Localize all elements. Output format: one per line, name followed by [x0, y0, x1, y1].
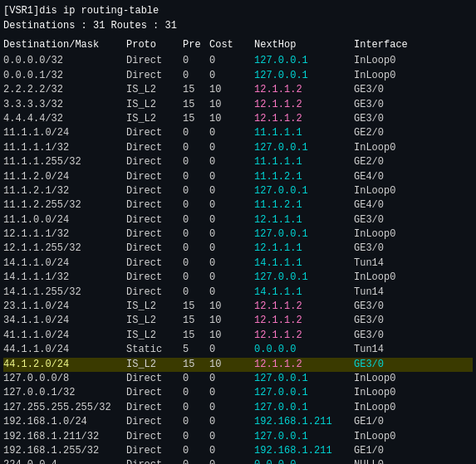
- route-cost: 0: [209, 184, 254, 198]
- route-dest: 44.1.1.0/24: [3, 343, 126, 357]
- route-cost: 0: [209, 170, 254, 184]
- route-proto: Direct: [126, 256, 183, 271]
- route-pre: 0: [183, 256, 209, 271]
- route-nexthop: 127.0.0.1: [254, 430, 354, 444]
- route-proto: Direct: [126, 271, 183, 285]
- route-cost: 0: [209, 155, 254, 169]
- route-pre: 0: [183, 69, 209, 83]
- route-iface: GE3/0: [354, 242, 420, 256]
- route-dest: 2.2.2.2/32: [3, 83, 126, 97]
- route-pre: 15: [183, 98, 209, 112]
- route-iface: GE1/0: [354, 415, 420, 429]
- header-pre: Pre: [183, 38, 209, 52]
- route-dest: 127.255.255.255/32: [3, 401, 126, 415]
- route-iface: InLoop0: [354, 227, 420, 242]
- route-proto: IS_L2: [126, 300, 183, 314]
- header-dest: Destination/Mask: [3, 38, 126, 52]
- route-proto: Direct: [126, 444, 183, 458]
- route-dest: 11.1.2.0/24: [3, 170, 126, 184]
- route-cost: 0: [209, 430, 254, 444]
- route-proto: Direct: [126, 386, 183, 400]
- route-cost: 10: [209, 314, 254, 328]
- table-row: 11.1.2.1/32 Direct 0 0 127.0.0.1 InLoop0: [3, 184, 473, 198]
- route-cost: 10: [209, 112, 254, 126]
- route-proto: Direct: [126, 286, 183, 300]
- route-iface: Tun14: [354, 256, 420, 271]
- table-row: 224.0.0.4 Direct 0 0 0.0.0.0 NULL0: [3, 458, 473, 464]
- route-dest: 11.1.2.1/32: [3, 184, 126, 198]
- table-row: 14.1.1.0/24 Direct 0 0 14.1.1.1 Tun14: [3, 256, 473, 271]
- route-pre: 0: [183, 213, 209, 227]
- route-iface: GE3/0: [354, 314, 420, 328]
- route-iface: GE3/0: [354, 358, 420, 372]
- route-dest: 11.1.2.255/32: [3, 198, 126, 212]
- table-row: 11.1.1.0/24 Direct 0 0 11.1.1.1 GE2/0: [3, 126, 473, 140]
- route-pre: 5: [183, 343, 209, 357]
- route-iface: GE2/0: [354, 126, 420, 140]
- route-nexthop: 12.1.1.2: [254, 314, 354, 328]
- route-cost: 0: [209, 242, 254, 256]
- route-pre: 0: [183, 372, 209, 386]
- route-nexthop: 127.0.0.1: [254, 54, 354, 68]
- route-pre: 15: [183, 112, 209, 126]
- route-nexthop: 127.0.0.1: [254, 227, 354, 242]
- route-nexthop: 127.0.0.1: [254, 69, 354, 83]
- route-cost: 0: [209, 126, 254, 140]
- route-nexthop: 127.0.0.1: [254, 372, 354, 386]
- route-dest: 0.0.0.0/32: [3, 54, 126, 68]
- table-row: 11.1.1.255/32 Direct 0 0 11.1.1.1 GE2/0: [3, 155, 473, 169]
- route-proto: Direct: [126, 227, 183, 242]
- route-cost: 0: [209, 141, 254, 155]
- table-header: Destination/Mask Proto Pre Cost NextHop …: [3, 38, 473, 52]
- route-proto: Direct: [126, 415, 183, 429]
- route-dest: 12.1.1.1/32: [3, 227, 126, 242]
- route-nexthop: 127.0.0.1: [254, 141, 354, 155]
- routes-container: 0.0.0.0/32 Direct 0 0 127.0.0.1 InLoop0 …: [3, 54, 473, 464]
- route-pre: 0: [183, 170, 209, 184]
- route-proto: Direct: [126, 372, 183, 386]
- route-iface: InLoop0: [354, 184, 420, 198]
- route-iface: GE3/0: [354, 300, 420, 314]
- table-row: 192.168.1.0/24 Direct 0 0 192.168.1.211 …: [3, 415, 473, 429]
- command-line: [VSR1]dis ip routing-table: [3, 5, 473, 17]
- route-proto: IS_L2: [126, 358, 183, 372]
- route-cost: 10: [209, 300, 254, 314]
- route-pre: 15: [183, 358, 209, 372]
- route-proto: Direct: [126, 401, 183, 415]
- route-cost: 0: [209, 271, 254, 285]
- route-nexthop: 14.1.1.1: [254, 256, 354, 271]
- route-pre: 0: [183, 242, 209, 256]
- route-cost: 10: [209, 98, 254, 112]
- route-pre: 0: [183, 430, 209, 444]
- route-pre: 0: [183, 184, 209, 198]
- route-pre: 0: [183, 444, 209, 458]
- route-pre: 0: [183, 401, 209, 415]
- route-iface: InLoop0: [354, 386, 420, 400]
- table-row: 14.1.1.1/32 Direct 0 0 127.0.0.1 InLoop0: [3, 271, 473, 285]
- route-proto: Direct: [126, 155, 183, 169]
- route-nexthop: 12.1.1.2: [254, 300, 354, 314]
- route-cost: 10: [209, 329, 254, 343]
- table-row: 127.0.0.0/8 Direct 0 0 127.0.0.1 InLoop0: [3, 372, 473, 386]
- route-iface: GE4/0: [354, 198, 420, 212]
- table-row: 23.1.1.0/24 IS_L2 15 10 12.1.1.2 GE3/0: [3, 300, 473, 314]
- header-nexthop: NextHop: [254, 38, 354, 52]
- route-nexthop: 12.1.1.1: [254, 242, 354, 256]
- route-pre: 0: [183, 286, 209, 300]
- route-iface: InLoop0: [354, 54, 420, 68]
- route-proto: Direct: [126, 54, 183, 68]
- route-dest: 44.1.2.0/24: [3, 358, 126, 372]
- route-cost: 0: [209, 69, 254, 83]
- route-pre: 0: [183, 141, 209, 155]
- route-dest: 224.0.0.4: [3, 458, 126, 464]
- route-iface: GE3/0: [354, 329, 420, 343]
- route-dest: 11.1.1.0/24: [3, 126, 126, 140]
- table-row: 127.0.0.1/32 Direct 0 0 127.0.0.1 InLoop…: [3, 386, 473, 400]
- route-nexthop: 11.1.1.1: [254, 155, 354, 169]
- route-proto: IS_L2: [126, 314, 183, 328]
- terminal-window: [VSR1]dis ip routing-table Destinations …: [0, 0, 476, 464]
- route-iface: GE1/0: [354, 444, 420, 458]
- route-dest: 41.1.1.0/24: [3, 329, 126, 343]
- route-cost: 10: [209, 358, 254, 372]
- route-iface: InLoop0: [354, 69, 420, 83]
